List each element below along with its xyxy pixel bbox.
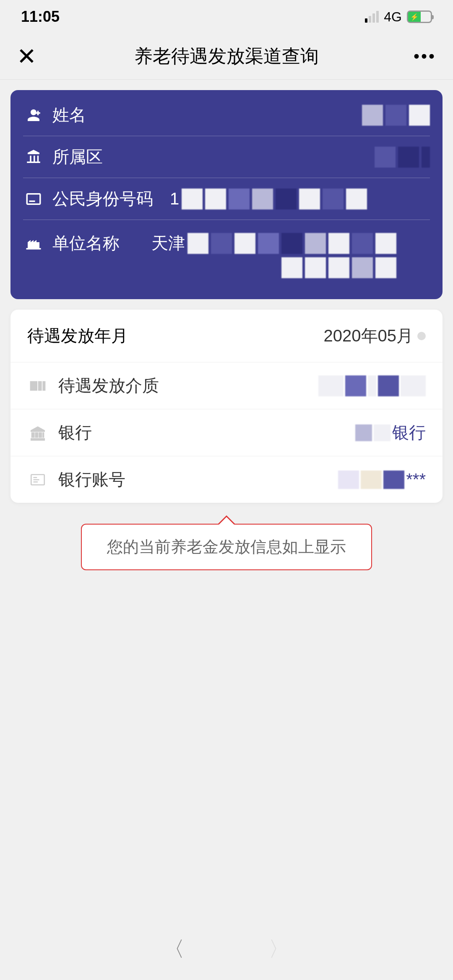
account-value: ***	[338, 470, 426, 489]
period-label: 待遇发放年月	[27, 324, 128, 347]
row-bank: 银行 银行	[10, 409, 443, 456]
bank-value: 银行	[355, 421, 426, 444]
network-label: 4G	[384, 9, 402, 25]
period-value: 2020年05月	[324, 324, 413, 347]
prev-page-button[interactable]: 〈	[164, 935, 185, 963]
callout-container: 您的当前养老金发放信息如上显示	[10, 524, 443, 570]
personal-info-card: 姓名 所属区 公民身份号码 1	[10, 90, 443, 299]
signal-icon	[365, 11, 379, 23]
row-district: 所属区	[23, 136, 430, 178]
account-suffix: ***	[406, 470, 426, 489]
factory-icon	[23, 232, 44, 253]
details-header[interactable]: 待遇发放年月 2020年05月	[10, 310, 443, 362]
account-icon	[27, 469, 48, 490]
page-title: 养老待遇发放渠道查询	[42, 44, 411, 69]
person-icon	[23, 105, 44, 126]
id-card-icon	[23, 189, 44, 209]
status-indicators: 4G ⚡	[365, 9, 432, 25]
unit-value: 天津	[136, 232, 396, 278]
row-unit: 单位名称 天津	[23, 220, 430, 287]
medium-label: 待遇发放介质	[58, 374, 159, 397]
district-label: 所属区	[52, 145, 103, 168]
status-time: 11:05	[21, 8, 60, 26]
more-button[interactable]: •••	[411, 47, 436, 66]
status-bar: 11:05 4G ⚡	[0, 0, 453, 34]
medium-value-hidden	[318, 375, 426, 396]
building-icon	[23, 147, 44, 168]
id-label: 公民身份号码	[52, 187, 153, 210]
name-label: 姓名	[52, 103, 86, 127]
row-name: 姓名	[23, 94, 430, 136]
content-area: 姓名 所属区 公民身份号码 1	[0, 80, 453, 581]
row-account: 银行账号 ***	[10, 456, 443, 503]
unit-prefix: 天津	[151, 232, 185, 255]
id-value: 1	[170, 189, 367, 209]
account-label: 银行账号	[58, 468, 125, 491]
info-callout: 您的当前养老金发放信息如上显示	[81, 524, 372, 570]
payment-details-card: 待遇发放年月 2020年05月 待遇发放介质 银行 银行	[10, 310, 443, 503]
battery-icon: ⚡	[407, 10, 432, 23]
svg-point-0	[36, 428, 39, 430]
district-value-hidden	[375, 147, 430, 168]
bank-suffix: 银行	[392, 421, 426, 444]
bank-icon	[27, 422, 48, 443]
row-medium: 待遇发放介质	[10, 362, 443, 409]
close-button[interactable]: ✕	[17, 43, 42, 70]
id-prefix: 1	[170, 189, 179, 208]
dropdown-indicator-icon	[417, 332, 426, 340]
row-id: 公民身份号码 1	[23, 178, 430, 220]
unit-label: 单位名称	[52, 232, 120, 255]
next-page-button[interactable]: 〉	[268, 935, 289, 963]
bank-label: 银行	[58, 421, 92, 444]
pagination: 〈 〉	[0, 935, 453, 963]
barcode-icon	[27, 375, 48, 396]
name-value-hidden	[362, 105, 430, 126]
nav-bar: ✕ 养老待遇发放渠道查询 •••	[0, 34, 453, 80]
